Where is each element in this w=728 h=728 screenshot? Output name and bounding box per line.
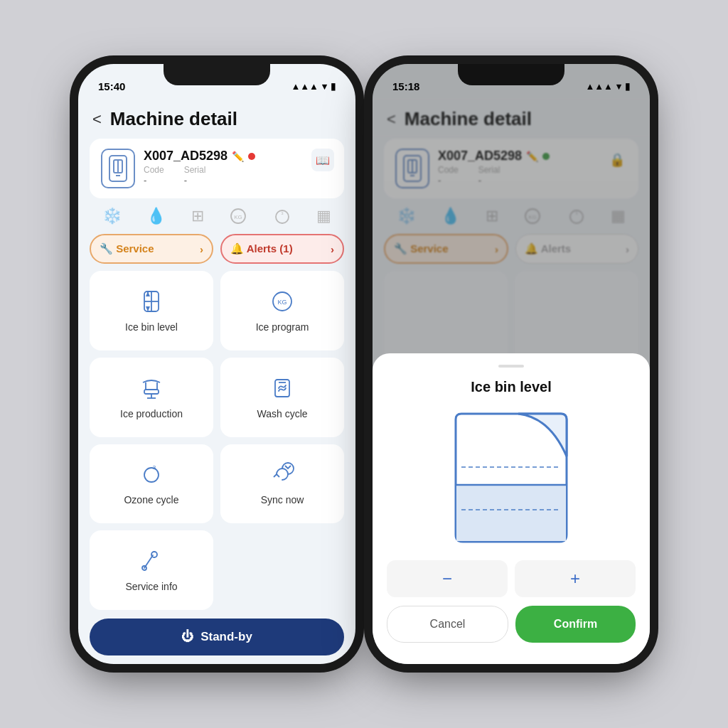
ice-bin-visual — [387, 407, 636, 549]
svg-text:KG: KG — [277, 299, 287, 306]
status-dot-left — [248, 153, 255, 160]
grid-item-ice-production[interactable]: Ice production — [90, 358, 213, 437]
svg-rect-40 — [456, 535, 566, 541]
table-icon[interactable]: ▦ — [316, 207, 331, 225]
stepper-row: − + — [387, 560, 636, 597]
power-icon: ⏻ — [181, 630, 193, 644]
confirm-button[interactable]: Confirm — [515, 606, 636, 643]
modal-overlay: Ice bin level — [373, 64, 650, 664]
grid-label-ice-program: Ice program — [256, 321, 309, 333]
c3-icon[interactable]: 3 — [273, 207, 291, 225]
svg-marker-12 — [146, 291, 150, 296]
machine-card-left: X007_AD5298 ✏️ Code - Serial - 📖 — [90, 139, 344, 198]
modal-title: Ice bin level — [387, 379, 636, 395]
btn-row-left: 🔧 Service › 🔔 Alerts (1) › — [78, 231, 355, 271]
increase-button[interactable]: + — [515, 560, 636, 597]
svg-text:3: 3 — [153, 464, 156, 471]
kg-icon[interactable]: KG — [229, 207, 247, 225]
grid-item-wash-cycle[interactable]: Wash cycle — [220, 358, 344, 437]
modal-sheet: Ice bin level — [373, 353, 650, 664]
grid-item-ozone-cycle[interactable]: 3 Ozone cycle — [90, 444, 213, 524]
grid-item-service-info[interactable]: Service info — [90, 530, 213, 610]
chevron-right-service: › — [200, 243, 203, 255]
standby-label: Stand-by — [200, 630, 252, 644]
grid-label-ice-bin: Ice bin level — [125, 321, 178, 333]
cancel-button[interactable]: Cancel — [387, 606, 508, 643]
svg-text:3: 3 — [281, 211, 284, 215]
grid-left: Ice bin level KG Ice program Ic — [78, 271, 355, 610]
wifi-icon: ▾ — [322, 81, 327, 92]
grid-label-wash-cycle: Wash cycle — [257, 408, 307, 419]
header-left: < Machine detail — [78, 100, 355, 136]
book-icon-left[interactable]: 📖 — [311, 149, 334, 171]
chevron-right-alerts: › — [331, 243, 334, 255]
signal-icon: ▲▲▲ — [291, 81, 318, 92]
machine-icon-left — [101, 149, 135, 188]
svg-point-23 — [144, 468, 159, 482]
svg-point-25 — [151, 552, 157, 557]
time-left: 15:40 — [98, 80, 125, 92]
alerts-button-left[interactable]: 🔔 Alerts (1) › — [220, 234, 344, 264]
grid-item-sync-now[interactable]: Sync now — [220, 444, 344, 524]
page-title-left: Machine detail — [110, 108, 237, 130]
toolbar-left: ❄️ 💧 ⊞ KG 3 ▦ — [78, 204, 355, 231]
machine-id-left: X007_AD5298 ✏️ — [144, 149, 333, 164]
battery-icon: ▮ — [331, 81, 336, 92]
phone-right: 15:18 ▲▲▲ ▾ ▮ < Machine detail X007 — [373, 64, 650, 664]
grid-item-ice-program[interactable]: KG Ice program — [220, 271, 344, 350]
decrease-button[interactable]: − — [387, 560, 508, 597]
svg-text:KG: KG — [234, 214, 242, 220]
grid-label-service-info: Service info — [125, 581, 177, 592]
back-button-left[interactable]: < — [92, 110, 102, 129]
svg-rect-39 — [456, 485, 566, 541]
svg-rect-16 — [144, 390, 159, 394]
drops-icon[interactable]: 💧 — [146, 207, 166, 225]
edit-icon-left[interactable]: ✏️ — [232, 151, 244, 162]
grid-icon[interactable]: ⊞ — [191, 207, 204, 225]
notch-left — [164, 64, 270, 85]
machine-labels-left: Code - Serial - — [144, 165, 333, 186]
grid-label-ozone-cycle: Ozone cycle — [124, 494, 178, 505]
service-button-left[interactable]: 🔧 Service › — [90, 234, 213, 264]
grid-label-sync-now: Sync now — [261, 494, 304, 505]
screen-left: < Machine detail X007_AD5298 ✏️ — [78, 100, 355, 664]
grid-item-ice-bin-level[interactable]: Ice bin level — [90, 271, 213, 350]
phone-left: 15:40 ▲▲▲ ▾ ▮ < Machine detail — [78, 64, 355, 664]
machine-info-left: X007_AD5298 ✏️ Code - Serial - — [144, 149, 333, 186]
grid-label-ice-production: Ice production — [120, 408, 183, 419]
status-icons-left: ▲▲▲ ▾ ▮ — [291, 81, 336, 92]
modal-actions: Cancel Confirm — [387, 606, 636, 643]
standby-button[interactable]: ⏻ Stand-by — [90, 619, 344, 655]
modal-handle — [498, 365, 524, 368]
snowflake-icon[interactable]: ❄️ — [102, 207, 122, 225]
